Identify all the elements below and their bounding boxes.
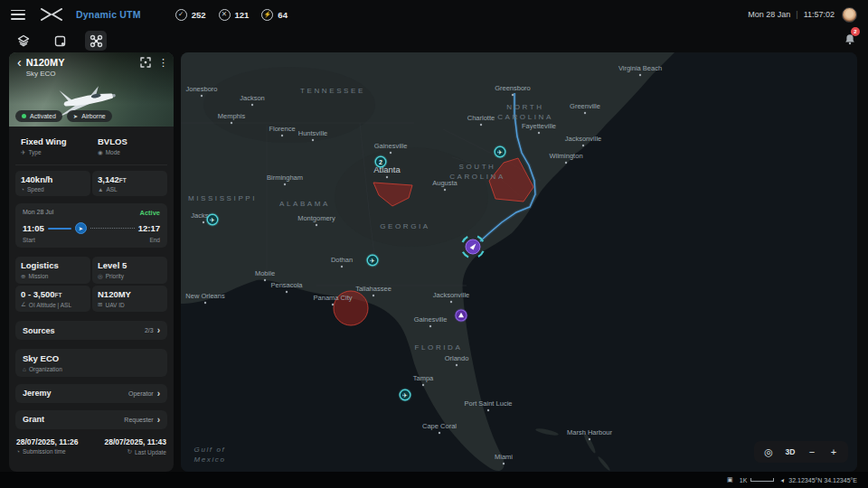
city-dot xyxy=(439,432,440,434)
map-marker-cluster[interactable]: 2 xyxy=(374,155,388,169)
map-city-label: Wilmington xyxy=(549,152,582,160)
counter-active[interactable]: ⚡ 64 xyxy=(261,9,288,21)
map-canvas[interactable]: JonesboroJacksonMemphisFlorenceHuntsvill… xyxy=(181,52,857,472)
callsign: N120MY xyxy=(26,57,65,68)
top-bar: Dynamic UTM ✓ 252 ✕ 121 ⚡ 64 Mon 28 Jan|… xyxy=(0,0,868,29)
map-marker-uav[interactable] xyxy=(455,309,468,323)
building-icon: ⌂ xyxy=(23,366,26,372)
map-toolbar: 2 xyxy=(0,29,868,52)
status-counters: ✓ 252 ✕ 121 ⚡ 64 xyxy=(175,9,288,21)
map-marker-aircraft[interactable]: ✈ xyxy=(494,145,507,159)
city-dot xyxy=(203,221,204,223)
zoom-out-button[interactable]: − xyxy=(801,441,823,463)
city-dot xyxy=(286,291,288,293)
map-state-label: TENNESSEE xyxy=(300,87,365,95)
status-bar: ▣ 1K ➤ 32.12345°N 34.12345°E xyxy=(0,472,868,488)
map-city-label: Marsh Harbour xyxy=(567,428,613,436)
start-time: 11:05 xyxy=(23,223,44,233)
map-city-label: Charlotte xyxy=(467,114,495,122)
map-marker-aircraft[interactable]: ✈ xyxy=(206,213,220,227)
schedule-card: Mon 28 Jul Active 11:05 ➤ 12:17 Start En… xyxy=(15,203,167,248)
schedule-status: Active xyxy=(139,209,160,217)
drone-tool-button[interactable] xyxy=(85,31,107,51)
focus-button[interactable] xyxy=(140,57,151,68)
menu-icon[interactable] xyxy=(11,10,25,20)
counter-approved[interactable]: ✓ 252 xyxy=(175,9,206,21)
flight-timeline: 11:05 ➤ 12:17 xyxy=(23,222,160,234)
mountain-icon: ▲ xyxy=(98,186,103,192)
field-speed: 140kn/h ◔Speed xyxy=(15,171,90,197)
locate-button[interactable]: ◎ xyxy=(758,441,779,463)
map-city-label: Orlando xyxy=(445,354,469,362)
map-state-label: ALABAMA xyxy=(279,200,330,208)
3d-toggle-button[interactable]: 3D xyxy=(779,441,801,463)
map-city-label: Gainesville xyxy=(414,315,448,324)
x-circle-icon: ✕ xyxy=(219,9,231,21)
map-city-label: Tampa xyxy=(413,374,434,382)
zoom-in-button[interactable]: + xyxy=(823,441,844,463)
eye-icon: ◉ xyxy=(98,149,103,156)
timeline-handle[interactable]: ➤ xyxy=(75,222,87,234)
map-city-label: Fayetteville xyxy=(522,122,556,130)
timeline-progress xyxy=(48,228,71,230)
map-city-label: Jacksonville xyxy=(433,291,469,299)
map-city-label: Greensboro xyxy=(495,84,531,92)
city-dot xyxy=(284,183,286,185)
requester-row[interactable]: Grant Requester › xyxy=(15,410,167,429)
map-water-label: Mexico xyxy=(194,455,226,464)
back-button[interactable]: ‹ xyxy=(14,57,24,68)
aircraft-photo: ‹ N120MY Sky ECO ⋮ Activated ➤ Airborne xyxy=(9,52,174,127)
map-city-label: Montgomery xyxy=(297,214,335,222)
city-dot xyxy=(312,139,314,141)
map-city-label: Gainesville xyxy=(374,142,408,150)
notifications-button[interactable]: 2 xyxy=(844,33,855,49)
map-city-label: Tallahassee xyxy=(355,285,392,293)
city-dot xyxy=(373,295,374,296)
counter-rejected[interactable]: ✕ 121 xyxy=(219,9,250,21)
scale-box-icon: ▣ xyxy=(727,476,733,483)
draw-area-tool-button[interactable] xyxy=(49,31,71,51)
layers-tool-button[interactable] xyxy=(13,31,34,51)
cursor-coordinates: 32.12345°N 34.12345°E xyxy=(788,477,857,483)
aircraft-glyph: ✈ xyxy=(210,217,215,223)
city-dot xyxy=(450,301,452,303)
field-mission: Logistics ⊕Mission xyxy=(15,257,90,284)
city-dot xyxy=(231,122,232,124)
target-icon: ◎ xyxy=(98,273,103,280)
city-dot xyxy=(487,409,489,411)
refresh-icon: ↻ xyxy=(127,448,131,455)
city-dot xyxy=(201,95,203,97)
map-state-label: MISSISSIPPI xyxy=(188,194,257,202)
aircraft-glyph: ✈ xyxy=(370,258,375,264)
avatar[interactable] xyxy=(842,7,857,23)
city-dot xyxy=(281,135,283,136)
city-dot xyxy=(503,463,505,465)
altitude-icon: ∠ xyxy=(21,301,26,308)
scale-bar xyxy=(750,478,774,482)
gauge-icon: ◔ xyxy=(21,186,24,192)
app-logo-icon xyxy=(40,8,63,21)
city-dot xyxy=(204,302,206,304)
map-marker-aircraft[interactable]: ✈ xyxy=(399,389,412,402)
field-priority: Level 5 ◎Priority xyxy=(92,257,167,284)
chevron-right-icon: › xyxy=(157,415,160,425)
cluster-count: 2 xyxy=(379,159,382,165)
map-city-label: Jackson xyxy=(240,94,265,102)
operator-row[interactable]: Jeremy Operator › xyxy=(15,384,167,403)
city-dot xyxy=(251,104,253,106)
map-city-label: Florence xyxy=(269,125,295,133)
map-scale: 1K xyxy=(740,477,775,483)
map-marker-aircraft[interactable]: ✈ xyxy=(366,254,380,267)
more-options-button[interactable]: ⋮ xyxy=(158,58,168,67)
cursor-icon: ➤ xyxy=(779,476,788,483)
city-dot xyxy=(589,438,590,440)
city-dot xyxy=(264,279,266,281)
sources-row[interactable]: Sources 2/3 › xyxy=(15,321,167,340)
map-city-label: Dothan xyxy=(331,256,353,264)
map-city-label: Virginia Beach xyxy=(618,64,662,72)
map-city-label: Greenville xyxy=(570,102,600,110)
field-type: Fixed Wing ✈Type xyxy=(15,133,90,160)
map-city-label: Jacksonville xyxy=(565,135,601,143)
plane-icon: ✈ xyxy=(21,149,25,156)
map-city-label: New Orleans xyxy=(185,292,225,300)
